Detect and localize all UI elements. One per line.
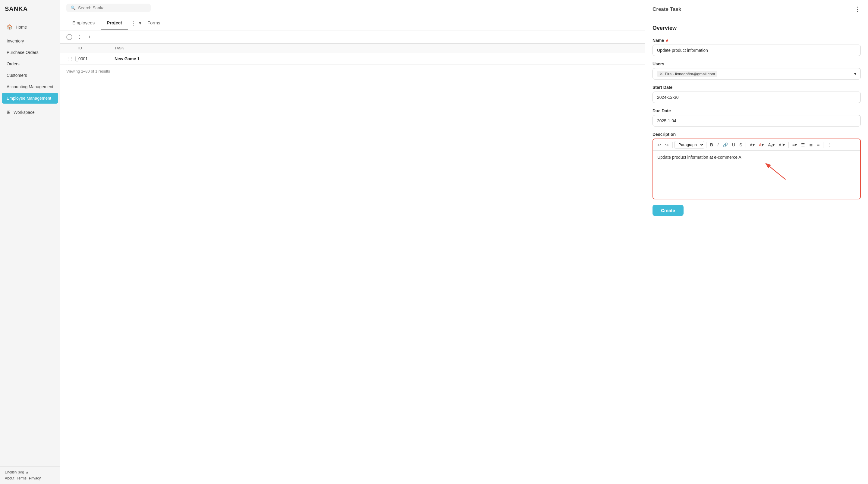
row-checkbox[interactable] bbox=[75, 56, 79, 61]
underline-btn[interactable]: U bbox=[730, 141, 737, 149]
tab-dot-menu-icon[interactable]: ⋮ bbox=[129, 19, 137, 27]
editor-content[interactable]: Update product information at e-commerce… bbox=[653, 151, 860, 199]
col-header-task: TASK bbox=[115, 46, 639, 50]
font-color-btn[interactable]: A▾ bbox=[748, 141, 756, 149]
editor-toolbar: ↩ ↪ Paragraph B I 🔗 U S A▾ A▾ Aₐ▾ bbox=[653, 139, 860, 151]
sidebar-item-label: Employee Management bbox=[7, 96, 51, 101]
ordered-list-btn[interactable]: ☰ bbox=[799, 141, 807, 149]
sidebar-item-orders[interactable]: Orders bbox=[2, 58, 58, 69]
description-label: Description bbox=[652, 132, 861, 137]
more-options-btn[interactable]: ⋮ bbox=[76, 33, 83, 40]
due-date-input[interactable] bbox=[652, 115, 861, 127]
name-label: Name ★ bbox=[652, 38, 861, 43]
link-btn[interactable]: 🔗 bbox=[721, 141, 730, 149]
sidebar-item-label: Orders bbox=[7, 61, 20, 66]
required-star: ★ bbox=[665, 38, 669, 43]
sidebar-item-purchase-orders[interactable]: Purchase Orders bbox=[2, 47, 58, 58]
col-header-empty bbox=[66, 46, 79, 50]
separator-2 bbox=[706, 142, 707, 148]
main-area: 🔍 Employees Project ⋮ ▾ Forms ⋮ + ID TAS… bbox=[60, 0, 645, 484]
privacy-link[interactable]: Privacy bbox=[29, 476, 41, 480]
description-text: Update product information at e-commerce… bbox=[657, 155, 741, 160]
chevron-up-icon: ▲ bbox=[25, 470, 29, 474]
users-select[interactable]: ✕ Fira - ikmaghfira@gmail.com ▾ bbox=[652, 68, 861, 79]
toolbar-row: ⋮ + bbox=[60, 30, 645, 44]
tabbar: Employees Project ⋮ ▾ Forms bbox=[60, 16, 645, 30]
overview-title: Overview bbox=[652, 25, 861, 31]
separator-5 bbox=[823, 142, 824, 148]
sidebar-item-accounting[interactable]: Accounting Management bbox=[2, 81, 58, 92]
home-icon: 🏠 bbox=[7, 24, 13, 30]
user-tag-label: Fira - ikmaghfira@gmail.com bbox=[665, 72, 715, 76]
search-input[interactable] bbox=[78, 5, 147, 10]
separator-4 bbox=[788, 142, 789, 148]
panel-menu-btn[interactable]: ⋮ bbox=[854, 5, 861, 13]
unordered-list-btn[interactable]: ≣ bbox=[807, 141, 815, 149]
tab-project-actions: ⋮ ▾ bbox=[129, 19, 141, 27]
start-date-input[interactable] bbox=[652, 92, 861, 103]
terms-link[interactable]: Terms bbox=[17, 476, 27, 480]
language-selector[interactable]: English (en) ▲ bbox=[5, 470, 55, 474]
bold-btn[interactable]: B bbox=[708, 141, 715, 149]
app-logo: SANKA bbox=[0, 0, 60, 18]
row-task[interactable]: New Game 1 bbox=[115, 56, 639, 61]
drag-handle-icon[interactable]: ⋮⋮ bbox=[66, 57, 73, 61]
user-tag-remove-btn[interactable]: ✕ bbox=[659, 71, 663, 76]
tab-employees[interactable]: Employees bbox=[66, 16, 101, 30]
strikethrough-btn[interactable]: S bbox=[738, 141, 744, 149]
sidebar-item-customers[interactable]: Customers bbox=[2, 70, 58, 81]
description-editor: ↩ ↪ Paragraph B I 🔗 U S A▾ A▾ Aₐ▾ bbox=[652, 138, 861, 199]
italic-btn[interactable]: I bbox=[715, 141, 720, 149]
user-tag: ✕ Fira - ikmaghfira@gmail.com bbox=[657, 71, 717, 77]
search-bar[interactable]: 🔍 bbox=[66, 4, 151, 12]
users-label: Users bbox=[652, 61, 861, 66]
svg-line-1 bbox=[767, 164, 786, 180]
table-row: ⋮⋮ 0001 New Game 1 bbox=[60, 53, 645, 65]
tab-project[interactable]: Project bbox=[101, 16, 128, 30]
sidebar-item-inventory[interactable]: Inventory bbox=[2, 36, 58, 46]
status-circle[interactable] bbox=[66, 34, 72, 40]
name-input[interactable] bbox=[652, 44, 861, 56]
table-footer: Viewing 1–30 of 1 results bbox=[60, 65, 645, 78]
align-btn[interactable]: ≡▾ bbox=[790, 141, 799, 149]
panel-title: Create Task bbox=[652, 6, 681, 12]
font-size-btn[interactable]: Aₐ▾ bbox=[766, 141, 776, 149]
sidebar-item-label: Customers bbox=[7, 73, 27, 78]
sidebar-item-workspace[interactable]: ⊞ Workspace bbox=[2, 106, 58, 118]
panel-body: Overview Name ★ Users ✕ Fira - ikmaghfir… bbox=[645, 19, 868, 222]
start-date-label: Start Date bbox=[652, 85, 861, 90]
sidebar-item-home[interactable]: 🏠 Home bbox=[2, 21, 58, 33]
tab-dropdown-icon[interactable]: ▾ bbox=[139, 20, 141, 26]
right-panel: Create Task ⋮ Overview Name ★ Users ✕ Fi… bbox=[645, 0, 868, 484]
language-label: English (en) bbox=[5, 470, 24, 474]
more-format-btn[interactable]: ⋮ bbox=[825, 141, 833, 149]
tab-forms[interactable]: Forms bbox=[141, 16, 166, 30]
tab-label: Employees bbox=[72, 20, 95, 25]
separator-3 bbox=[746, 142, 746, 148]
panel-header: Create Task ⋮ bbox=[645, 0, 868, 19]
sidebar-item-employee-management[interactable]: Employee Management bbox=[2, 93, 58, 104]
undo-btn[interactable]: ↩ bbox=[655, 141, 663, 149]
chevron-down-icon: ▾ bbox=[854, 71, 856, 76]
highlight-btn[interactable]: A▾ bbox=[757, 141, 766, 149]
add-row-btn[interactable]: + bbox=[87, 34, 92, 40]
due-date-group: Due Date bbox=[652, 108, 861, 127]
font-family-btn[interactable]: AI▾ bbox=[777, 141, 786, 149]
description-group: Description ↩ ↪ Paragraph B I 🔗 U S bbox=[652, 132, 861, 199]
style-select[interactable]: Paragraph bbox=[675, 141, 704, 149]
search-icon: 🔍 bbox=[70, 5, 76, 10]
redo-btn[interactable]: ↪ bbox=[663, 141, 671, 149]
sidebar-item-label: Home bbox=[16, 25, 27, 30]
create-button[interactable]: Create bbox=[652, 205, 684, 216]
sidebar-item-label: Accounting Management bbox=[7, 84, 53, 89]
about-link[interactable]: About bbox=[5, 476, 14, 480]
indent-btn[interactable]: ≡ bbox=[815, 141, 821, 149]
table-area: ID TASK ⋮⋮ 0001 New Game 1 Viewing 1–30 … bbox=[60, 44, 645, 484]
name-group: Name ★ bbox=[652, 38, 861, 56]
table-header: ID TASK bbox=[60, 44, 645, 53]
start-date-group: Start Date bbox=[652, 85, 861, 103]
sidebar-nav: 🏠 Home Inventory Purchase Orders Orders … bbox=[0, 18, 60, 466]
tab-label: Forms bbox=[147, 20, 160, 25]
sidebar-item-label: Workspace bbox=[13, 110, 35, 115]
col-header-id: ID bbox=[79, 46, 115, 50]
